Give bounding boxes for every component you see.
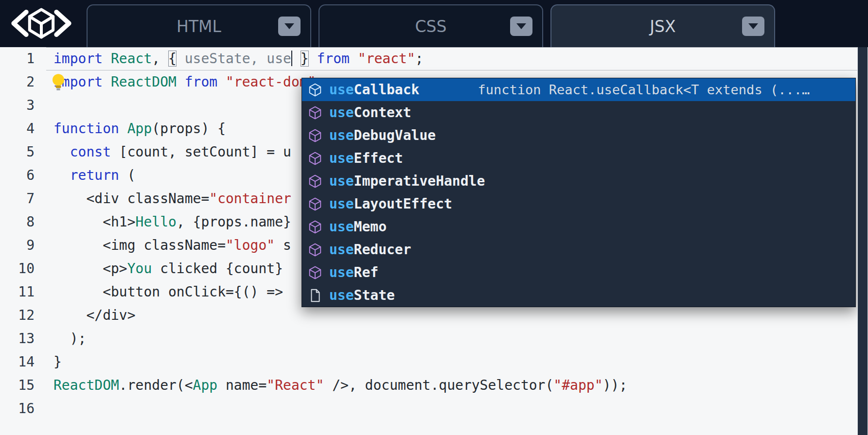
tab-css[interactable]: CSS [319, 4, 543, 47]
chevron-down-icon [748, 23, 758, 29]
code-token: from [317, 51, 349, 67]
line-number: 3 [0, 94, 46, 117]
code-cube-logo-icon[interactable] [8, 4, 75, 43]
code-token: from [185, 74, 217, 90]
code-token: "logo" [226, 237, 275, 253]
code-token: import [53, 51, 111, 67]
symbol-cube-icon [308, 265, 322, 280]
autocomplete-item[interactable]: useEffect [302, 147, 855, 170]
line-number: 4 [0, 117, 46, 140]
code-token: useState, use [185, 51, 291, 67]
code-token [177, 74, 185, 90]
code-line: } [46, 350, 857, 374]
autocomplete-item[interactable]: useImperativeHandle [302, 170, 855, 192]
completion-rest: Memo [354, 219, 387, 235]
autocomplete-item[interactable]: useCallbackfunction React.useCallback<T … [302, 78, 855, 101]
code-token: Hello [136, 214, 177, 230]
tab-css-label: CSS [319, 17, 542, 36]
code-token: name= [217, 377, 266, 393]
symbol-cube-icon [308, 197, 322, 211]
code-token: , {props.name} [177, 214, 291, 230]
code-area[interactable]: import React, { useState, use } from "re… [46, 47, 857, 435]
autocomplete-item[interactable]: useState [302, 284, 855, 307]
code-token [53, 167, 70, 183]
code-token: ReactDOM [111, 74, 177, 90]
line-number: 11 [0, 280, 46, 304]
code-token: <h1> [53, 214, 136, 230]
completion-detail: function React.useCallback<T extends (..… [478, 82, 850, 97]
autocomplete-item[interactable]: useReducer [302, 238, 855, 261]
completion-rest: Context [354, 104, 411, 121]
line-number: 1 [0, 47, 46, 70]
line-number: 7 [0, 187, 46, 210]
completion-match-prefix: use [329, 150, 354, 166]
code-token: <img className= [53, 237, 226, 253]
chevron-down-icon [284, 23, 294, 29]
code-line: import React, { useState, use } from "re… [46, 47, 857, 70]
tab-jsx-dropdown-button[interactable] [742, 17, 764, 36]
code-token: .render(< [119, 377, 193, 393]
code-token: return [70, 167, 119, 183]
symbol-cube-icon [308, 243, 322, 257]
symbol-cube-icon [308, 174, 322, 189]
line-number: 6 [0, 164, 46, 187]
code-token: ; [415, 51, 424, 67]
code-token: "react" [358, 51, 415, 67]
code-playground-app: HTML CSS JSX 12345678910111213141516 imp… [0, 0, 868, 435]
tab-html-label: HTML [88, 17, 310, 36]
editor-scrollbar[interactable] [857, 47, 868, 435]
autocomplete-item[interactable]: useDebugValue [302, 124, 855, 147]
code-token: "React" [266, 377, 324, 393]
autocomplete-item[interactable]: useLayoutEffect [302, 192, 855, 215]
line-number: 14 [0, 350, 46, 374]
symbol-cube-icon [308, 105, 322, 120]
completion-rest: Callback [354, 82, 420, 98]
code-token [53, 144, 70, 160]
autocomplete-item[interactable]: useMemo [302, 215, 855, 238]
line-number: 9 [0, 234, 46, 257]
autocomplete-item[interactable]: useContext [302, 101, 855, 124]
code-token: ); [53, 331, 86, 347]
code-token [350, 51, 358, 67]
completion-rest: ImperativeHandle [354, 173, 485, 189]
code-line: ReactDOM.render(<App name="React" />, do… [46, 374, 857, 397]
code-token: { [168, 51, 177, 67]
completion-match-prefix: use [329, 196, 354, 212]
code-token: <div className= [53, 191, 209, 207]
code-token: "container [209, 191, 291, 207]
line-number: 13 [0, 327, 46, 350]
symbol-cube-icon [308, 220, 322, 234]
completion-match-prefix: use [329, 287, 354, 303]
tab-jsx-label: JSX [551, 17, 774, 36]
scrollbar-thumb[interactable] [858, 47, 868, 435]
tab-html-dropdown-button[interactable] [278, 17, 301, 36]
code-token: App [193, 377, 218, 393]
code-line: ); [46, 327, 857, 350]
code-editor[interactable]: 12345678910111213141516 import React, { … [0, 47, 868, 435]
line-number-gutter: 12345678910111213141516 [0, 47, 46, 435]
completion-rest: Reducer [354, 242, 411, 258]
code-token: React [111, 51, 152, 67]
line-number: 10 [0, 257, 46, 280]
code-token: , [152, 51, 168, 67]
completion-rest: LayoutEffect [354, 196, 452, 212]
autocomplete-popup: useCallbackfunction React.useCallback<T … [301, 78, 856, 307]
code-token: "#app" [553, 377, 602, 393]
code-token: You [127, 261, 152, 277]
tab-html[interactable]: HTML [87, 4, 311, 47]
symbol-file-icon [308, 288, 322, 303]
symbol-cube-icon [308, 151, 322, 166]
code-token: </div> [53, 307, 136, 323]
autocomplete-item[interactable]: useRef [302, 261, 855, 284]
line-number: 8 [0, 210, 46, 234]
symbol-cube-icon [308, 128, 322, 143]
line-number: 12 [0, 304, 46, 327]
code-token: <p> [53, 261, 127, 277]
code-token [177, 51, 185, 67]
tab-css-dropdown-button[interactable] [510, 17, 532, 36]
symbol-cube-icon [308, 83, 322, 97]
line-number: 5 [0, 140, 46, 164]
lightbulb-quickfix-icon[interactable] [51, 73, 66, 91]
tab-jsx[interactable]: JSX [550, 4, 775, 47]
code-token: function [53, 121, 127, 137]
